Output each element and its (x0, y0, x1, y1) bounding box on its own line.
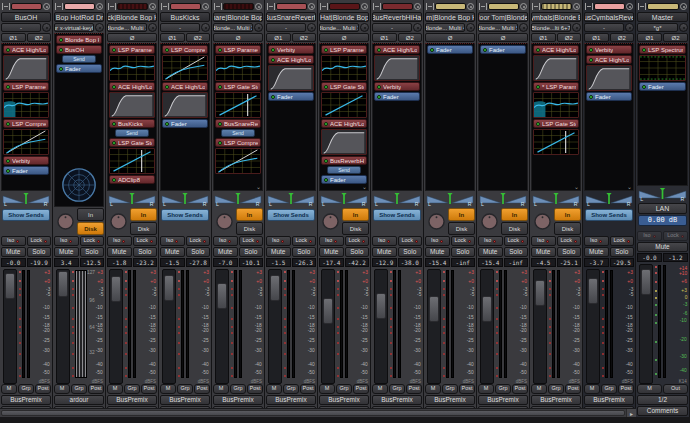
output-button[interactable]: BusPremix (1, 395, 51, 405)
hide-strip-icon[interactable] (149, 3, 156, 10)
monitor-button[interactable]: M (319, 384, 335, 394)
peak-display[interactable]: -19.9 (27, 258, 52, 267)
fader-thumb[interactable] (323, 298, 333, 324)
fader-thumb[interactable] (217, 283, 227, 309)
scrollbar-arrow-icon[interactable]: ▸ (626, 409, 636, 417)
gain-fader[interactable] (3, 269, 17, 384)
input-options-icon[interactable] (413, 23, 422, 32)
peak-display[interactable]: -inf (504, 258, 529, 267)
meter-point-button[interactable]: Post (300, 384, 316, 394)
meter-point-button[interactable]: Post (406, 384, 422, 394)
radar-panner[interactable] (56, 166, 102, 205)
meter-point-button[interactable]: Post (35, 384, 51, 394)
peak-display[interactable]: -23.2 (133, 258, 158, 267)
fader-entry[interactable]: Fader (480, 45, 526, 54)
pan-widget[interactable]: LR (107, 192, 157, 208)
input-options-icon[interactable] (679, 23, 688, 32)
phase-button[interactable]: Ø1 (372, 33, 397, 42)
plugin-entry[interactable]: ACE High/Low (586, 55, 632, 64)
meter-point-button[interactable]: Post (512, 384, 528, 394)
solo-button[interactable]: Solo (451, 247, 476, 257)
output-button[interactable]: ardour (54, 395, 104, 405)
plugin-entry[interactable]: Blonde Bop HotRod Drumk (56, 35, 102, 44)
strip-name-button[interactable]: Cymbals|Blonde B.. (531, 12, 581, 22)
strip-color-bar[interactable] (223, 3, 254, 10)
input-options-icon[interactable] (201, 23, 210, 32)
pan-widget[interactable]: LR (425, 192, 475, 208)
width-chooser-icon[interactable] (373, 3, 381, 10)
solo-button[interactable]: Solo (80, 247, 105, 257)
mute-button[interactable]: Mute (107, 247, 132, 257)
strip-name-button[interactable]: BusCymbalsReve.. (584, 12, 634, 22)
phase-button[interactable]: Ø2 (292, 33, 317, 42)
pan-widget[interactable]: LR (637, 187, 688, 203)
lock-button[interactable]: Lock (504, 236, 529, 246)
gain-fader[interactable] (321, 269, 335, 384)
meter-point-button[interactable]: Post (88, 384, 104, 394)
hide-strip-icon[interactable] (255, 3, 262, 10)
in-button[interactable]: In (554, 208, 581, 221)
send-entry[interactable]: BusOH (56, 45, 102, 54)
pan-widget[interactable]: LR (372, 192, 422, 208)
plugin-graph-shelf[interactable] (109, 92, 155, 118)
scroll-more-icon[interactable]: ⌄ (362, 184, 367, 190)
out-button[interactable]: Out (663, 384, 688, 394)
plugin-graph-comp[interactable] (3, 129, 49, 155)
mute-button[interactable]: Mute (531, 247, 556, 257)
strip-color-bar[interactable] (382, 3, 413, 10)
trim-knob[interactable] (531, 208, 553, 235)
plugin-graph-comp[interactable] (162, 55, 208, 81)
hide-strip-icon[interactable] (680, 3, 687, 10)
monitor-button[interactable]: M (478, 384, 494, 394)
width-chooser-icon[interactable] (426, 3, 434, 10)
meter-point-button[interactable]: Post (565, 384, 581, 394)
solo-button[interactable]: Solo (27, 247, 52, 257)
plugin-entry[interactable]: * LSP Parametric (533, 82, 579, 91)
plugin-entry[interactable]: ACE High/Low Pa (162, 82, 208, 91)
solo-button[interactable]: Solo (133, 247, 158, 257)
group-button[interactable]: Grp (177, 384, 193, 394)
solo-button[interactable]: Solo (398, 247, 423, 257)
input-options-icon[interactable] (148, 23, 157, 32)
fader-entry[interactable]: Fader (586, 92, 632, 101)
show-sends-button[interactable]: Show Sends (267, 209, 315, 221)
master-gain-entry[interactable]: 0.00 dB (638, 215, 687, 226)
show-sends-button[interactable]: Show Sends (161, 209, 209, 221)
strip-color-bar[interactable] (276, 3, 307, 10)
fader-thumb[interactable] (641, 269, 651, 295)
lock-button[interactable]: Lock (292, 236, 317, 246)
in-button[interactable]: In (342, 208, 369, 221)
mute-button[interactable]: Mute (425, 247, 450, 257)
in-button[interactable]: In (448, 208, 475, 221)
fader-thumb[interactable] (482, 296, 492, 322)
iso-button[interactable]: Iso (213, 236, 238, 246)
phase-button[interactable]: Ø (425, 33, 475, 42)
plugin-entry[interactable]: LSP Gate Ste (215, 82, 261, 91)
scrollbar-thumb[interactable] (1, 410, 625, 416)
gain-display[interactable]: -15.4 (478, 258, 503, 267)
input-button[interactable]: - (1, 23, 41, 32)
gain-fader[interactable] (109, 269, 123, 384)
lock-button[interactable]: Lock (27, 236, 52, 246)
h-scrollbar[interactable]: ▸ (0, 408, 636, 417)
mute-button[interactable]: Mute (1, 247, 26, 257)
output-button[interactable]: BusPremix (266, 395, 316, 405)
group-button[interactable]: Grp (548, 384, 564, 394)
fader-entry[interactable]: Fader (639, 82, 686, 91)
mute-button[interactable]: Mute (478, 247, 503, 257)
input-button[interactable]: Blonde... Multi 2 (213, 23, 253, 32)
plugin-graph-gate2[interactable] (321, 92, 367, 118)
plugin-graph-spectrum[interactable] (639, 55, 686, 81)
strip-name-button[interactable]: Tom|Blonde Bop H.. (425, 12, 475, 22)
width-chooser-icon[interactable] (585, 3, 593, 10)
gain-display[interactable]: -1.5 (160, 258, 185, 267)
peak-display[interactable]: -inf (451, 258, 476, 267)
fader-thumb[interactable] (111, 276, 121, 302)
fader-entry[interactable]: Fader (374, 92, 420, 101)
fader-thumb[interactable] (5, 273, 15, 299)
strip-color-bar[interactable] (11, 3, 42, 10)
width-chooser-icon[interactable] (214, 3, 222, 10)
strip-color-bar[interactable] (170, 3, 201, 10)
output-button[interactable]: BusPremix (425, 395, 475, 405)
pan-widget[interactable]: LR (266, 192, 316, 208)
